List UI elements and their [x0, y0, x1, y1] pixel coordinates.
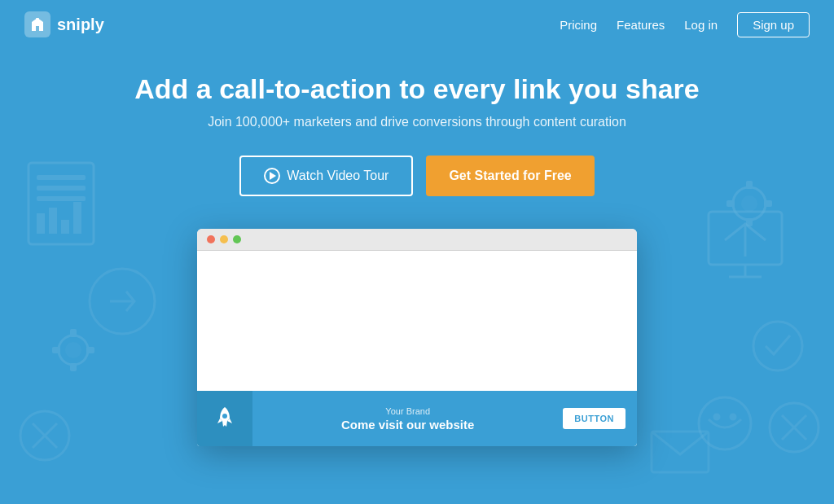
browser-minimize-dot	[220, 235, 228, 243]
cta-icon-box	[197, 391, 252, 446]
logo[interactable]: sniply	[24, 11, 104, 37]
nav-login[interactable]: Log in	[684, 18, 718, 32]
play-icon	[264, 168, 280, 184]
hero-section: Add a call-to-action to every link you s…	[0, 49, 834, 446]
watch-video-button[interactable]: Watch Video Tour	[239, 156, 413, 196]
browser-mockup: Your Brand Come visit our website BUTTON	[197, 229, 637, 446]
cta-bar: Your Brand Come visit our website BUTTON	[197, 391, 637, 446]
browser-content: Your Brand Come visit our website BUTTON	[197, 251, 637, 446]
hero-subtitle: Join 100,000+ marketers and drive conver…	[0, 115, 834, 129]
hero-title: Add a call-to-action to every link you s…	[0, 73, 834, 105]
rocket-icon	[212, 405, 238, 432]
cta-text-area: Your Brand Come visit our website	[252, 406, 563, 432]
play-triangle-icon	[270, 172, 276, 180]
svg-rect-36	[36, 18, 39, 21]
hero-buttons: Watch Video Tour Get Started for Free	[0, 156, 834, 196]
cta-message: Come visit our website	[264, 418, 551, 432]
watch-video-label: Watch Video Tour	[287, 169, 388, 183]
nav-features[interactable]: Features	[617, 18, 665, 32]
signup-button[interactable]: Sign up	[737, 12, 810, 37]
logo-icon	[24, 11, 50, 37]
cta-brand: Your Brand	[264, 406, 551, 416]
browser-maximize-dot	[233, 235, 241, 243]
navbar: sniply Pricing Features Log in Sign up	[0, 0, 834, 49]
browser-close-dot	[207, 235, 215, 243]
nav-links: Pricing Features Log in Sign up	[560, 12, 810, 37]
get-started-button[interactable]: Get Started for Free	[426, 156, 594, 196]
nav-pricing[interactable]: Pricing	[560, 18, 597, 32]
browser-bar	[197, 229, 637, 251]
svg-point-37	[222, 414, 227, 419]
logo-text: sniply	[57, 15, 104, 34]
cta-button[interactable]: BUTTON	[563, 408, 626, 429]
